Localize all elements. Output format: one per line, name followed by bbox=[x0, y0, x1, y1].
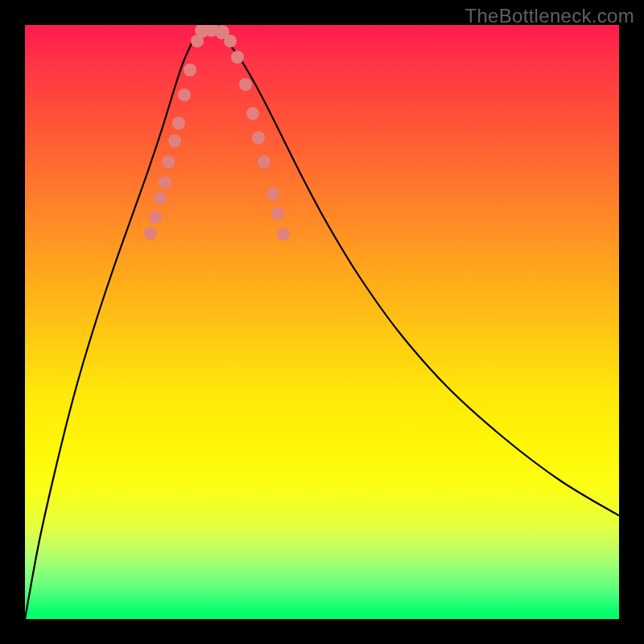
data-point-marker bbox=[178, 89, 191, 101]
data-point-marker bbox=[144, 227, 157, 240]
data-point-marker bbox=[231, 51, 244, 64]
data-point-marker bbox=[239, 78, 252, 91]
data-point-marker bbox=[172, 117, 185, 130]
curve-right-branch bbox=[204, 29, 618, 515]
data-point-marker bbox=[258, 155, 270, 168]
chart-frame: TheBottleneck.com bbox=[0, 0, 644, 644]
data-point-marker bbox=[277, 228, 290, 241]
watermark-label: TheBottleneck.com bbox=[464, 5, 634, 27]
data-point-marker bbox=[154, 192, 167, 204]
chart-svg bbox=[25, 25, 619, 619]
data-point-marker bbox=[149, 211, 162, 224]
data-point-marker bbox=[271, 207, 284, 220]
data-point-marker bbox=[162, 155, 175, 168]
data-point-marker bbox=[246, 107, 259, 120]
plot-area bbox=[25, 25, 619, 619]
data-point-marker bbox=[184, 64, 196, 76]
curve-markers bbox=[144, 25, 290, 241]
data-point-marker bbox=[266, 188, 279, 200]
data-point-marker bbox=[224, 35, 237, 47]
data-point-marker bbox=[159, 176, 171, 189]
data-point-marker bbox=[252, 131, 265, 144]
data-point-marker bbox=[168, 134, 181, 147]
